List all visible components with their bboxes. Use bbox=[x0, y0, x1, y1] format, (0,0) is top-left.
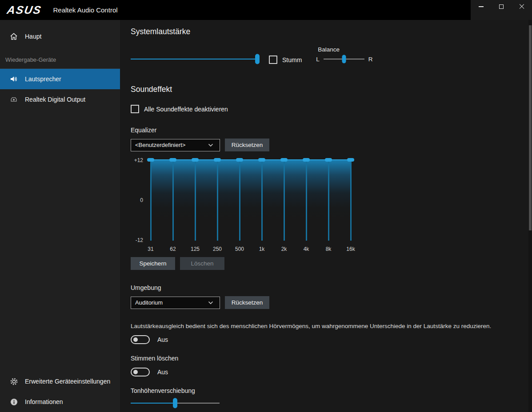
eq-band-track bbox=[306, 160, 307, 241]
disable-all-effects-row[interactable]: Alle Soundeffekte deaktivieren bbox=[131, 105, 532, 113]
sidebar-item-informationen[interactable]: Informationen bbox=[0, 392, 120, 412]
minimize-button[interactable] bbox=[471, 0, 491, 13]
eq-band-handle[interactable] bbox=[236, 158, 243, 162]
disable-all-effects-checkbox[interactable] bbox=[131, 105, 139, 113]
home-icon bbox=[9, 32, 19, 41]
sidebar-item-lautsprecher[interactable]: Lautsprecher bbox=[0, 69, 120, 89]
gear-icon bbox=[9, 376, 19, 386]
eq-band-freq-label: 16k bbox=[342, 246, 360, 252]
eq-band-freq-label: 62 bbox=[164, 246, 182, 252]
eq-band-freq-label: 500 bbox=[231, 246, 248, 252]
eq-band-freq-label: 8k bbox=[320, 246, 337, 252]
eq-axis-mid: 0 bbox=[140, 197, 143, 203]
balance-right-label: R bbox=[368, 56, 373, 63]
main-content: Systemlautstärke Stumm Balance L bbox=[120, 20, 532, 412]
eq-band-freq-label: 31 bbox=[142, 246, 160, 252]
pitch-shift-slider[interactable] bbox=[131, 398, 220, 408]
minimize-icon bbox=[479, 6, 484, 7]
eq-band-freq-label: 125 bbox=[186, 246, 204, 252]
sidebar: Haupt Wiedergabe-Geräte Lautsprecher Rea… bbox=[0, 20, 120, 412]
eq-band-handle[interactable] bbox=[325, 158, 332, 162]
eq-band-freq-label: 1k bbox=[253, 246, 271, 252]
balance-left-label: L bbox=[316, 56, 320, 63]
environment-reset-button[interactable]: Rücksetzen bbox=[225, 296, 269, 309]
equalizer-fill bbox=[151, 160, 351, 229]
volume-slider-handle[interactable] bbox=[255, 54, 260, 64]
equalizer-curve-line bbox=[151, 159, 351, 160]
voice-cancellation-toggle[interactable] bbox=[131, 368, 150, 376]
toggle-knob bbox=[133, 370, 138, 374]
eq-band-handle[interactable] bbox=[169, 158, 176, 162]
slider-fill bbox=[131, 403, 175, 404]
sidebar-item-label: Lautsprecher bbox=[25, 75, 61, 83]
eq-axis-min: -12 bbox=[136, 237, 143, 243]
eq-band-track bbox=[284, 160, 285, 241]
app-window: ASUS Realtek Audio Control Haupt Wiederg… bbox=[0, 0, 532, 412]
sidebar-item-advanced-device-settings[interactable]: Erweiterte Geräteeinstellungen bbox=[0, 371, 120, 392]
balance-group: Balance L R bbox=[316, 46, 372, 64]
sidebar-item-label: Erweiterte Geräteeinstellungen bbox=[25, 378, 110, 385]
eq-band-handle[interactable] bbox=[214, 158, 221, 162]
close-button[interactable] bbox=[512, 0, 532, 13]
equalizer-preset-value: <Benutzerdefiniert> bbox=[135, 142, 185, 148]
sidebar-item-haupt[interactable]: Haupt bbox=[0, 26, 120, 47]
window-controls bbox=[471, 0, 532, 20]
loudness-toggle-row: Aus bbox=[131, 335, 532, 344]
app-title: Realtek Audio Control bbox=[53, 6, 117, 14]
eq-band-track bbox=[150, 160, 152, 241]
voice-cancellation-label: Stimmen löschen bbox=[131, 355, 532, 362]
equalizer-reset-button[interactable]: Rücksetzen bbox=[225, 139, 269, 151]
balance-label: Balance bbox=[318, 46, 372, 53]
environment-preset-select[interactable]: Auditorium bbox=[131, 297, 220, 309]
eq-band-freq-label: 250 bbox=[208, 246, 226, 252]
system-volume-slider[interactable] bbox=[131, 54, 257, 64]
environment-label: Umgebung bbox=[131, 284, 532, 291]
balance-slider[interactable] bbox=[324, 54, 364, 64]
loudness-toggle[interactable] bbox=[131, 335, 150, 344]
save-button[interactable]: Speichern bbox=[131, 257, 175, 270]
equalizer-graph: +12 0 -12 31 62 125 250 500 1k 2k 4k 8k bbox=[131, 160, 371, 252]
equalizer-preset-select[interactable]: <Benutzerdefiniert> bbox=[131, 139, 220, 151]
delete-button: Löschen bbox=[180, 257, 224, 270]
eq-band-handle[interactable] bbox=[258, 158, 265, 162]
scrollbar[interactable] bbox=[528, 20, 532, 412]
eq-band-track bbox=[328, 160, 329, 241]
sidebar-item-label: Informationen bbox=[25, 398, 63, 405]
eq-band-track bbox=[217, 160, 218, 241]
balance-slider-handle[interactable] bbox=[342, 55, 346, 63]
voice-cancellation-state-label: Aus bbox=[157, 368, 168, 376]
system-volume-heading: Systemlautstärke bbox=[131, 27, 532, 36]
close-icon bbox=[519, 4, 524, 9]
maximize-button[interactable] bbox=[491, 0, 512, 13]
equalizer-buttons-row: Speichern Löschen bbox=[131, 257, 532, 270]
disable-all-effects-label: Alle Soundeffekte deaktivieren bbox=[144, 106, 228, 113]
environment-preset-value: Auditorium bbox=[135, 299, 163, 306]
eq-band-handle[interactable] bbox=[280, 158, 288, 162]
mute-checkbox[interactable] bbox=[269, 55, 277, 64]
environment-preset-row: Auditorium Rücksetzen bbox=[131, 296, 532, 309]
eq-band-handle[interactable] bbox=[347, 158, 354, 162]
mute-label: Stumm bbox=[282, 56, 302, 63]
asus-logo: ASUS bbox=[6, 4, 43, 16]
sidebar-section-playback-devices: Wiedergabe-Geräte bbox=[0, 56, 120, 69]
eq-band-freq-label: 4k bbox=[297, 246, 315, 252]
sidebar-item-realtek-digital-output[interactable]: Realtek Digital Output bbox=[0, 89, 120, 110]
eq-band-track bbox=[350, 160, 352, 241]
voice-cancellation-toggle-row: Aus bbox=[131, 368, 532, 376]
eq-band-track bbox=[195, 160, 196, 241]
sound-effect-heading: Soundeffekt bbox=[131, 85, 532, 94]
pitch-shift-label: Tonhöhenverschiebung bbox=[131, 387, 532, 394]
eq-band-track bbox=[261, 160, 263, 241]
loudness-state-label: Aus bbox=[157, 336, 168, 343]
toggle-knob bbox=[133, 337, 138, 342]
eq-band-handle[interactable] bbox=[303, 158, 310, 162]
eq-axis-max: +12 bbox=[134, 157, 143, 163]
scrollbar-thumb[interactable] bbox=[529, 25, 532, 230]
chevron-down-icon bbox=[206, 301, 216, 305]
pitch-slider-handle[interactable] bbox=[173, 398, 177, 408]
equalizer-plot: 31 62 125 250 500 1k 2k 4k 8k 16k bbox=[148, 160, 357, 241]
eq-band-handle[interactable] bbox=[147, 158, 154, 162]
eq-band-handle[interactable] bbox=[192, 158, 199, 162]
loudness-description: Lautstärkeausgleich bedient sich des men… bbox=[131, 323, 532, 329]
mute-checkbox-row[interactable]: Stumm bbox=[269, 55, 302, 64]
